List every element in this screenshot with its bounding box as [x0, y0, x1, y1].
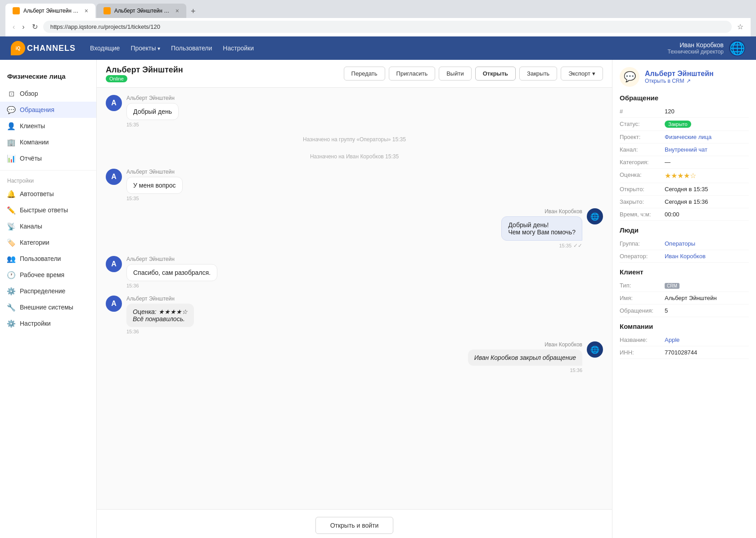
- user-avatar[interactable]: 🌐: [729, 40, 745, 56]
- people-group-value[interactable]: Операторы: [665, 240, 749, 247]
- sidebar-page-title: Физические лица: [0, 65, 96, 85]
- nav-users[interactable]: Пользователи: [171, 45, 212, 52]
- bubble-2: У меня вопрос: [126, 177, 183, 194]
- sender-5: Альберт Эйнштейн: [126, 296, 194, 302]
- ticket-status-row: Статус: Закрыто: [620, 118, 749, 131]
- nav-projects[interactable]: Проекты: [130, 45, 160, 52]
- address-input[interactable]: [43, 21, 732, 33]
- invite-button[interactable]: Пригласить: [389, 67, 436, 81]
- ticket-rating-value: ★★★★☆: [665, 171, 749, 180]
- bookmark-button[interactable]: ☆: [735, 21, 745, 33]
- sender-2: Альберт Эйнштейн: [126, 169, 183, 175]
- sidebar-item-tickets[interactable]: 💬 Обращения: [0, 102, 96, 118]
- leave-button[interactable]: Выйти: [439, 67, 472, 81]
- chat-title: Альберт Эйнштейн: [106, 65, 183, 75]
- logo-icon: iQ: [11, 41, 25, 55]
- right-panel: 💬 Альберт Эйнштейн Открыть в CRM ↗ Обращ…: [612, 60, 756, 538]
- companies-icon: 🏢: [7, 138, 15, 146]
- ticket-channel-value[interactable]: Внутренний чат: [665, 146, 749, 153]
- new-tab-button[interactable]: +: [187, 5, 199, 18]
- sidebar-item-autoreply[interactable]: 🔔 Автоответы: [0, 186, 96, 202]
- reports-icon: 📊: [7, 154, 15, 162]
- ticket-number-label: #: [620, 108, 665, 115]
- nav-settings[interactable]: Настройки: [223, 45, 254, 52]
- sidebar-item-distribution[interactable]: ⚙️ Распределение: [0, 283, 96, 299]
- sidebar-label-channels: Каналы: [20, 223, 42, 230]
- avatar-6: 🌐: [587, 341, 603, 358]
- tab-title-2: Альберт Эйнштейн - IQChann...: [114, 8, 170, 14]
- export-button[interactable]: Экспорт ▾: [561, 67, 603, 81]
- back-button[interactable]: ‹: [11, 21, 17, 33]
- browser-tab-2[interactable]: Альберт Эйнштейн - IQChann... ×: [96, 4, 186, 18]
- client-tickets-row: Обращения: 5: [620, 305, 749, 317]
- sidebar-label-quickreply: Быстрые ответы: [20, 206, 68, 214]
- sidebar-item-users[interactable]: 👥 Пользователи: [0, 251, 96, 267]
- close-button[interactable]: Закрыть: [519, 67, 557, 81]
- sidebar-item-external[interactable]: 🔧 Внешние системы: [0, 299, 96, 315]
- clients-icon: 👤: [7, 122, 15, 130]
- bubble-5: Оценка: ★★★★☆ Всё понравилось.: [126, 304, 194, 327]
- tab-close-1[interactable]: ×: [85, 7, 88, 14]
- sidebar-label-users: Пользователи: [20, 255, 61, 262]
- nav-incoming[interactable]: Входящие: [90, 45, 120, 52]
- people-operator-label: Оператор:: [620, 253, 665, 260]
- sidebar-item-quickreply[interactable]: ✏️ Быстрые ответы: [0, 202, 96, 218]
- sender-4: Альберт Эйнштейн: [126, 256, 217, 262]
- message-content-1: Альберт Эйнштейн Добрый день 15:35: [126, 95, 179, 127]
- right-panel-header: 💬 Альберт Эйнштейн Открыть в CRM ↗: [620, 67, 749, 87]
- people-operator-value[interactable]: Иван Коробков: [665, 253, 749, 260]
- message-group-1: A Альберт Эйнштейн Добрый день 15:35: [106, 95, 603, 127]
- ticket-opened-row: Открыто: Сегодня в 15:35: [620, 183, 749, 196]
- sidebar-item-settings[interactable]: ⚙️ Настройки: [0, 315, 96, 332]
- message-content-2: Альберт Эйнштейн У меня вопрос 15:35: [126, 169, 183, 201]
- browser-tabs: Альберт Эйнштейн - IQChann... × Альберт …: [5, 4, 751, 18]
- sidebar-label-categories: Категории: [20, 239, 50, 246]
- browser-tab-1[interactable]: Альберт Эйнштейн - IQChann... ×: [5, 4, 95, 18]
- open-and-enter-button[interactable]: Открыть и войти: [315, 517, 394, 534]
- reload-button[interactable]: ↻: [30, 21, 40, 33]
- people-group-label: Группа:: [620, 240, 665, 247]
- time-2: 15:35: [126, 196, 183, 201]
- sidebar-item-reports[interactable]: 📊 Отчёты: [0, 150, 96, 166]
- categories-icon: 🏷️: [7, 238, 15, 247]
- message-group-4: A Альберт Эйнштейн Спасибо, сам разобрал…: [106, 256, 603, 288]
- people-section-title: Люди: [620, 226, 749, 234]
- transfer-button[interactable]: Передать: [344, 67, 385, 81]
- avatar-3: 🌐: [587, 208, 603, 224]
- ticket-channel-label: Канал:: [620, 146, 665, 153]
- ticket-project-value[interactable]: Физические лица: [665, 134, 749, 140]
- ticket-opened-label: Открыто:: [620, 186, 665, 193]
- sender-1: Альберт Эйнштейн: [126, 95, 179, 101]
- sidebar-item-worktime[interactable]: 🕐 Рабочее время: [0, 267, 96, 283]
- message-content-4: Альберт Эйнштейн Спасибо, сам разобрался…: [126, 256, 217, 288]
- company-name-value[interactable]: Apple: [665, 336, 749, 343]
- client-type-row: Тип: CRM: [620, 279, 749, 292]
- sidebar-label-worktime: Рабочее время: [20, 271, 64, 278]
- open-button[interactable]: Открыть: [475, 67, 516, 81]
- sidebar-item-channels[interactable]: 📡 Каналы: [0, 218, 96, 234]
- sidebar-item-clients[interactable]: 👤 Клиенты: [0, 118, 96, 134]
- sidebar-item-categories[interactable]: 🏷️ Категории: [0, 234, 96, 251]
- ticket-status-value: Закрыто: [665, 121, 749, 128]
- sidebar-item-overview[interactable]: ⊡ Обзор: [0, 85, 96, 102]
- panel-user-name: Альберт Эйнштейн: [645, 70, 714, 78]
- sidebar-label-tickets: Обращения: [20, 106, 54, 113]
- client-name-value: Альберт Эйнштейн: [665, 295, 749, 301]
- client-section-title: Клиент: [620, 268, 749, 276]
- crm-link[interactable]: Открыть в CRM ↗: [645, 78, 714, 84]
- forward-button[interactable]: ›: [20, 21, 26, 33]
- avatar-globe-icon: 🌐: [729, 41, 745, 56]
- client-type-label: Тип:: [620, 282, 665, 289]
- time-6: 15:36: [468, 368, 582, 373]
- tickets-icon: 💬: [7, 106, 15, 114]
- message-group-2: A Альберт Эйнштейн У меня вопрос 15:35: [106, 169, 603, 201]
- browser-chrome: Альберт Эйнштейн - IQChann... × Альберт …: [0, 0, 756, 36]
- ticket-time-label: Время, ч:м:: [620, 211, 665, 218]
- sidebar-item-companies[interactable]: 🏢 Компании: [0, 134, 96, 150]
- tab-close-2[interactable]: ×: [176, 7, 179, 14]
- user-info: Иван Коробков Технический директор: [668, 41, 724, 55]
- ticket-number-value: 120: [665, 108, 749, 115]
- ticket-category-value: —: [665, 159, 749, 166]
- panel-chat-icon: 💬: [620, 67, 639, 87]
- chat-footer: Открыть и войти: [97, 509, 612, 538]
